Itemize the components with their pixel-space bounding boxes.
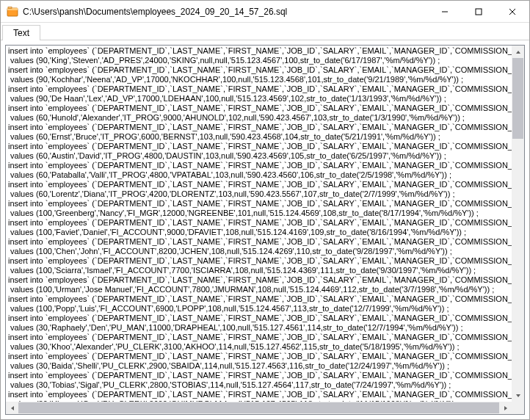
sql-line: values (100,'Urman','Jose Manuel','FI_AC…: [8, 285, 509, 294]
sql-line: insert into `employees` (`DEPARTMENT_ID`…: [8, 256, 509, 266]
sql-line: insert into `employees` (`DEPARTMENT_ID`…: [8, 333, 509, 342]
sql-line: values (30,'Tobias','Sigal','PU_CLERK',2…: [8, 380, 509, 390]
sql-line: values (30,'Raphaely','Den','PU_MAN',110…: [8, 323, 509, 333]
svg-rect-2: [8, 7, 12, 8]
text-pane[interactable]: insert into `employees` (`DEPARTMENT_ID`…: [5, 45, 525, 415]
scroll-up-button[interactable]: [512, 46, 524, 58]
svg-marker-7: [516, 51, 520, 54]
sql-line: insert into `employees` (`DEPARTMENT_ID`…: [8, 314, 509, 323]
sql-line: values (100,'Faviet','Daniel','FI_ACCOUN…: [8, 228, 509, 237]
sql-line: insert into `employees` (`DEPARTMENT_ID`…: [8, 237, 509, 247]
sql-text[interactable]: insert into `employees` (`DEPARTMENT_ID`…: [6, 46, 512, 402]
sql-line: values (30,'Baida','Shelli','PU_CLERK',2…: [8, 361, 509, 371]
tab-text[interactable]: Text: [2, 25, 40, 40]
sql-line: insert into `employees` (`DEPARTMENT_ID`…: [8, 46, 509, 56]
sql-line: insert into `employees` (`DEPARTMENT_ID`…: [8, 84, 509, 94]
sql-line: insert into `employees` (`DEPARTMENT_ID`…: [8, 161, 509, 170]
sql-line: values (100,'Greenberg','Nancy','FI_MGR'…: [8, 209, 509, 218]
maximize-button[interactable]: [462, 1, 495, 22]
sql-line: insert into `employees` (`DEPARTMENT_ID`…: [8, 275, 509, 285]
scrollbar-corner: [512, 402, 524, 414]
titlebar[interactable]: C:\Users\pansh\Documents\employees_2024_…: [1, 1, 529, 23]
sql-line: insert into `employees` (`DEPARTMENT_ID`…: [8, 371, 509, 380]
sql-line: values (90,'De Haan','Lex','AD_VP',17000…: [8, 94, 509, 104]
window-controls: [428, 1, 529, 22]
sql-line: insert into `employees` (`DEPARTMENT_ID`…: [8, 390, 509, 399]
vertical-scroll-thumb[interactable]: [512, 58, 523, 139]
sql-line: values (100,'Popp','Luis','FI_ACCOUNT',6…: [8, 304, 509, 314]
window-title: C:\Users\pansh\Documents\employees_2024_…: [23, 7, 428, 17]
sql-line: values (100,'Chen','John','FI_ACCOUNT',8…: [8, 247, 509, 256]
sql-line: values (90,'King','Steven','AD_PRES',240…: [8, 56, 509, 65]
sql-line: values (30,'Khoo','Alexander','PU_CLERK'…: [8, 342, 509, 352]
horizontal-scrollbar[interactable]: [6, 402, 512, 414]
sql-line: insert into `employees` (`DEPARTMENT_ID`…: [8, 104, 509, 113]
close-button[interactable]: [495, 1, 529, 22]
svg-rect-4: [476, 9, 482, 15]
scroll-left-button[interactable]: [6, 402, 18, 414]
sql-line: insert into `employees` (`DEPARTMENT_ID`…: [8, 218, 509, 228]
scroll-down-button[interactable]: [512, 389, 524, 402]
sql-line: values (60,'Austin','David','IT_PROG',48…: [8, 151, 509, 161]
sql-line: insert into `employees` (`DEPARTMENT_ID`…: [8, 65, 509, 75]
sql-line: insert into `employees` (`DEPARTMENT_ID`…: [8, 352, 509, 361]
sql-line: insert into `employees` (`DEPARTMENT_ID`…: [8, 123, 509, 132]
sql-line: insert into `employees` (`DEPARTMENT_ID`…: [8, 294, 509, 304]
svg-marker-9: [11, 406, 14, 410]
sql-line: values (90,'Kochhar','Neena','AD_VP',170…: [8, 75, 509, 84]
sql-line: values (60,'Hunold','Alexander','IT_PROG…: [8, 113, 509, 123]
tab-strip: Text: [1, 23, 529, 40]
svg-marker-8: [516, 394, 520, 397]
sql-line: insert into `employees` (`DEPARTMENT_ID`…: [8, 142, 509, 151]
sql-line: insert into `employees` (`DEPARTMENT_ID`…: [8, 180, 509, 189]
sql-line: values (60,'Pataballa','Valli','IT_PROG'…: [8, 170, 509, 180]
vertical-scrollbar[interactable]: [512, 46, 524, 402]
sql-line: values (60,'Lorentz','Diana','IT_PROG',4…: [8, 189, 509, 199]
content-area: insert into `employees` (`DEPARTMENT_ID`…: [1, 40, 529, 419]
sql-line: insert into `employees` (`DEPARTMENT_ID`…: [8, 199, 509, 209]
svg-marker-10: [504, 406, 507, 410]
scroll-right-button[interactable]: [499, 402, 512, 414]
horizontal-scroll-thumb[interactable]: [18, 402, 518, 413]
app-icon: [7, 6, 18, 18]
window: C:\Users\pansh\Documents\employees_2024_…: [0, 0, 530, 420]
sql-line: values (100,'Sciarra','Ismael','FI_ACCOU…: [8, 266, 509, 275]
minimize-button[interactable]: [428, 1, 462, 22]
sql-line: values (60,'Ernst','Bruce','IT_PROG',600…: [8, 132, 509, 142]
